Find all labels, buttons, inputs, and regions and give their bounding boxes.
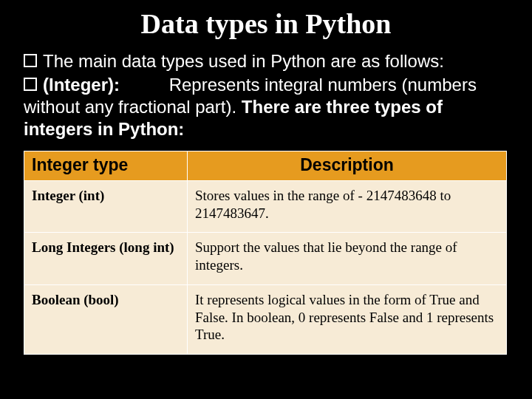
bullet-text-1: The main data types used in Python are a… [43, 51, 444, 71]
slide-title: Data types in Python [24, 7, 508, 40]
bullet-line-2: (Integer): Represents integral numbers (… [24, 74, 508, 140]
integer-types-table: Integer type Description Integer (int) S… [24, 151, 507, 355]
table-row: Integer (int) Stores values in the range… [24, 180, 507, 233]
table-cell-type: Boolean (bool) [24, 284, 188, 354]
table-row: Long Integers (long int) Support the val… [24, 233, 507, 285]
table-header-desc: Description [188, 151, 507, 181]
table-cell-desc: It represents logical values in the form… [188, 284, 507, 354]
table-header-row: Integer type Description [24, 151, 507, 181]
slide-body: The main data types used in Python are a… [24, 50, 508, 355]
bullet-label-integer: (Integer): [43, 75, 120, 95]
slide: Data types in Python The main data types… [0, 0, 532, 399]
square-bullet-icon [24, 54, 37, 67]
table-cell-desc: Stores values in the range of - 21474836… [188, 180, 507, 233]
bullet-line-1: The main data types used in Python are a… [24, 50, 508, 72]
table-row: Boolean (bool) It represents logical val… [24, 284, 507, 354]
table-cell-desc: Support the values that lie beyond the r… [188, 233, 507, 285]
table-cell-type: Integer (int) [24, 180, 188, 233]
table-header-type: Integer type [24, 151, 188, 181]
table-cell-type: Long Integers (long int) [24, 233, 188, 285]
square-bullet-icon [24, 78, 37, 91]
